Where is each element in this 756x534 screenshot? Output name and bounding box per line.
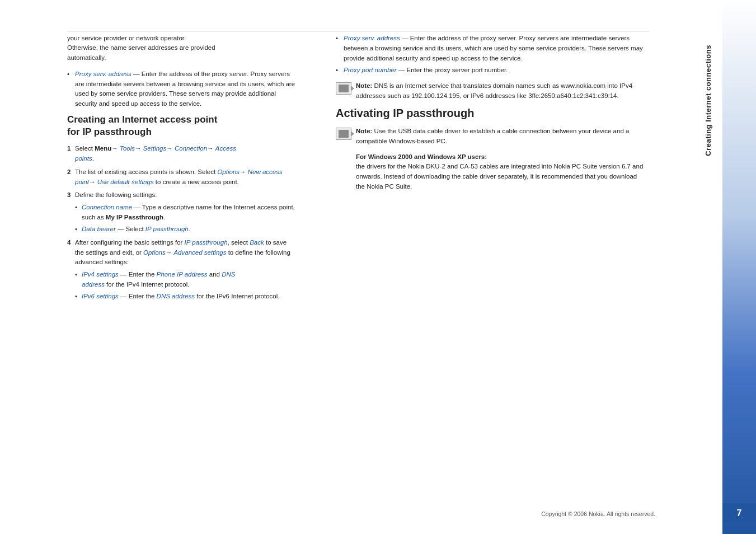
intro-text: your service provider or network operato… xyxy=(67,34,297,63)
page-container: your service provider or network operato… xyxy=(0,0,756,534)
step-4-bullet-2: IPv6 settings — Enter the DNS address fo… xyxy=(75,292,297,302)
note-icon-activating xyxy=(336,128,351,140)
proxy-serv-link-right: Proxy serv. address xyxy=(344,35,400,41)
step-4-num: 4 xyxy=(67,238,71,248)
note-icon-inner xyxy=(339,85,349,92)
step-4-text: After configuring the basic settings for… xyxy=(75,239,290,266)
sidebar-text-container: Creating Internet connections xyxy=(660,0,756,534)
left-intro-bullets: Proxy serv. address — Enter the address … xyxy=(67,69,297,109)
step-3-num: 3 xyxy=(67,190,71,200)
activating-note-text: Note: Use the USB data cable driver to e… xyxy=(356,127,644,147)
proxy-port-bullet: Proxy port number — Enter the proxy serv… xyxy=(336,65,644,76)
step-2-num: 2 xyxy=(67,167,71,177)
proxy-port-text: — Enter the proxy server port number. xyxy=(397,67,508,73)
note-icon-dns xyxy=(336,82,351,95)
step-1-num: 1 xyxy=(67,144,71,154)
right-column: Proxy serv. address — Enter the address … xyxy=(313,0,660,534)
note-label: Note: xyxy=(356,82,372,89)
sidebar-title: Creating Internet connections xyxy=(704,45,712,156)
step-1-text: Select Menu→ Tools→ Settings→ Connection… xyxy=(75,145,236,162)
step-1: 1 Select Menu→ Tools→ Settings→ Connecti… xyxy=(67,144,297,164)
step-4-bullets: IPv4 settings — Enter the Phone IP addre… xyxy=(75,270,297,301)
page-number-box: 7 xyxy=(722,503,756,523)
step-3-bullet-2: Data bearer — Select IP passthrough. xyxy=(75,224,297,235)
top-rule xyxy=(67,31,649,31)
proxy-port-link: Proxy port number xyxy=(344,67,397,73)
section-heading: Creating an Internet access pointfor IP … xyxy=(67,114,297,138)
dns-note-text: Note: DNS is an Internet service that tr… xyxy=(356,81,644,101)
steps-list: 1 Select Menu→ Tools→ Settings→ Connecti… xyxy=(67,144,297,301)
activating-note-body: Use the USB data cable driver to establi… xyxy=(356,128,629,144)
windows-note-text: For Windows 2000 and Windows XP users: t… xyxy=(356,152,644,192)
step-3-bullet-1: Connection name — Type a descriptive nam… xyxy=(75,203,297,223)
dns-note-box: Note: DNS is an Internet service that tr… xyxy=(336,81,644,101)
proxy-bullet-left: Proxy serv. address — Enter the address … xyxy=(67,69,297,109)
step-2: 2 The list of existing access points is … xyxy=(67,167,297,188)
sidebar: Creating Internet connections 7 xyxy=(660,0,756,534)
right-bullets: Proxy serv. address — Enter the address … xyxy=(336,34,644,76)
step-3-text: Define the following settings: xyxy=(75,191,157,198)
note-body: DNS is an Internet service that translat… xyxy=(356,82,632,99)
windows-note-heading: For Windows 2000 and Windows XP users: xyxy=(356,153,487,160)
proxy-serv-link-left: Proxy serv. address xyxy=(75,71,132,77)
activating-heading: Activating IP passthrough xyxy=(336,107,644,120)
page-number: 7 xyxy=(737,508,742,518)
step-3: 3 Define the following settings: Connect… xyxy=(67,190,297,234)
left-column: your service provider or network operato… xyxy=(0,0,313,534)
step-2-text: The list of existing access points is sh… xyxy=(75,168,283,185)
activating-note-box: Note: Use the USB data cable driver to e… xyxy=(336,127,644,192)
step-4: 4 After configuring the basic settings f… xyxy=(67,238,297,302)
windows-note-body: the drivers for the Nokia DKU-2 and CA-5… xyxy=(356,163,643,190)
step-3-bullets: Connection name — Type a descriptive nam… xyxy=(75,203,297,234)
proxy-bullet-right: Proxy serv. address — Enter the address … xyxy=(336,34,644,63)
activating-note-content: Note: Use the USB data cable driver to e… xyxy=(356,127,644,192)
step-4-bullet-1: IPv4 settings — Enter the Phone IP addre… xyxy=(75,270,297,290)
note-icon-activating-inner xyxy=(339,130,349,138)
copyright: Copyright © 2006 Nokia. All rights reser… xyxy=(541,510,655,517)
activating-note-label: Note: xyxy=(356,128,372,134)
